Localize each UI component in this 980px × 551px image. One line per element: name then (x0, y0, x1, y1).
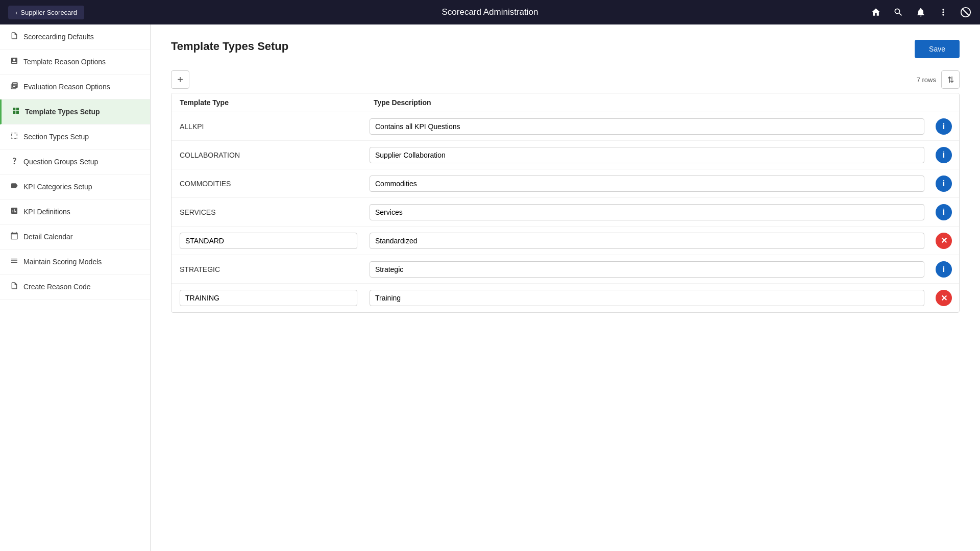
desc-input-collaboration[interactable] (370, 147, 924, 163)
create-reason-code-icon (10, 282, 18, 292)
save-button[interactable]: Save (915, 40, 960, 58)
table-row: STRATEGIC i (172, 255, 959, 284)
sidebar-item-detail-calendar[interactable]: Detail Calendar (0, 224, 150, 249)
search-icon[interactable] (892, 6, 904, 18)
bell-icon[interactable] (915, 6, 927, 18)
table-row: SERVICES i (172, 198, 959, 227)
sidebar-label-kpi-definitions: KPI Definitions (23, 208, 70, 216)
col-header-description: Type Description (365, 98, 928, 107)
cell-action-standard: ✕ (928, 233, 959, 249)
cell-desc-strategic (365, 261, 928, 278)
table-row: ✕ (172, 284, 959, 312)
type-label-collaboration: COLLABORATION (180, 151, 240, 159)
info-button-services[interactable]: i (936, 204, 952, 220)
sidebar-item-maintain-scoring-models[interactable]: Maintain Scoring Models (0, 249, 150, 274)
toolbar: + 7 rows ⇅ (171, 70, 960, 89)
sidebar-label-question-groups-setup: Question Groups Setup (23, 158, 98, 166)
desc-input-allkpi[interactable] (370, 118, 924, 135)
sidebar-item-evaluation-reason-options[interactable]: Evaluation Reason Options (0, 74, 150, 99)
info-button-strategic[interactable]: i (936, 261, 952, 278)
sidebar-item-question-groups-setup[interactable]: Question Groups Setup (0, 149, 150, 174)
page-header: Template Types Setup Save (171, 40, 960, 58)
sidebar-item-section-types-setup[interactable]: Section Types Setup (0, 124, 150, 149)
cell-action-allkpi: i (928, 118, 959, 135)
cell-desc-standard (365, 233, 928, 249)
sidebar-label-scorecarding-defaults: Scorecarding Defaults (23, 33, 94, 41)
cell-desc-allkpi (365, 118, 928, 135)
back-button[interactable]: ‹ Supplier Scorecard (8, 6, 84, 19)
delete-button-standard[interactable]: ✕ (936, 233, 952, 249)
type-input-training[interactable] (180, 290, 357, 306)
cell-desc-services (365, 204, 928, 220)
cell-action-services: i (928, 204, 959, 220)
sidebar-item-template-reason-options[interactable]: Template Reason Options (0, 49, 150, 74)
cell-action-strategic: i (928, 261, 959, 278)
cell-action-commodities: i (928, 176, 959, 192)
info-button-allkpi[interactable]: i (936, 118, 952, 135)
cell-action-collaboration: i (928, 147, 959, 163)
page-title: Template Types Setup (171, 40, 288, 53)
col-header-action (928, 98, 959, 107)
rows-count: 7 rows (917, 76, 936, 84)
sidebar-item-template-types-setup[interactable]: Template Types Setup (0, 99, 150, 124)
scorecarding-defaults-icon (10, 32, 18, 42)
sidebar-label-kpi-categories-setup: KPI Categories Setup (23, 183, 92, 191)
top-nav: ‹ Supplier Scorecard Scorecard Administr… (0, 0, 980, 24)
more-vert-icon[interactable] (937, 6, 949, 18)
table-row: ✕ (172, 227, 959, 255)
desc-input-training[interactable] (370, 290, 924, 306)
desc-input-standard[interactable] (370, 233, 924, 249)
sidebar-label-template-reason-options: Template Reason Options (23, 58, 106, 66)
desc-input-services[interactable] (370, 204, 924, 220)
cell-action-training: ✕ (928, 290, 959, 306)
type-input-standard[interactable] (180, 233, 357, 249)
table-row: COMMODITIES i (172, 169, 959, 198)
sidebar: Scorecarding Defaults Template Reason Op… (0, 24, 151, 551)
type-label-strategic: STRATEGIC (180, 265, 220, 273)
table-header: Template Type Type Description (172, 93, 959, 112)
sidebar-item-create-reason-code[interactable]: Create Reason Code (0, 274, 150, 299)
cell-type-training (172, 290, 365, 306)
nav-icons (870, 6, 972, 18)
cell-type-commodities: COMMODITIES (172, 180, 365, 188)
layout: Scorecarding Defaults Template Reason Op… (0, 24, 980, 551)
sidebar-label-section-types-setup: Section Types Setup (23, 133, 89, 141)
cell-type-allkpi: ALLKPI (172, 122, 365, 131)
data-table: Template Type Type Description ALLKPI i (171, 93, 960, 313)
sidebar-label-template-types-setup: Template Types Setup (25, 108, 100, 116)
cell-type-standard (172, 233, 365, 249)
detail-calendar-icon (10, 232, 18, 242)
desc-input-strategic[interactable] (370, 261, 924, 278)
sidebar-label-create-reason-code: Create Reason Code (23, 283, 91, 291)
info-button-commodities[interactable]: i (936, 176, 952, 192)
cell-type-strategic: STRATEGIC (172, 265, 365, 273)
section-types-icon (10, 132, 18, 142)
home-icon[interactable] (870, 6, 882, 18)
template-types-icon (12, 107, 20, 117)
cell-desc-commodities (365, 176, 928, 192)
sidebar-label-evaluation-reason-options: Evaluation Reason Options (23, 83, 110, 91)
kpi-categories-icon (10, 182, 18, 192)
delete-button-training[interactable]: ✕ (936, 290, 952, 306)
type-label-commodities: COMMODITIES (180, 180, 231, 188)
desc-input-commodities[interactable] (370, 176, 924, 192)
sidebar-label-maintain-scoring-models: Maintain Scoring Models (23, 258, 102, 266)
cancel-icon[interactable] (960, 6, 972, 18)
sidebar-item-kpi-categories-setup[interactable]: KPI Categories Setup (0, 174, 150, 199)
sidebar-item-kpi-definitions[interactable]: KPI Definitions (0, 199, 150, 224)
add-row-button[interactable]: + (171, 70, 189, 89)
sidebar-label-detail-calendar: Detail Calendar (23, 233, 73, 241)
main-content: Template Types Setup Save + 7 rows ⇅ Tem… (151, 24, 980, 551)
info-button-collaboration[interactable]: i (936, 147, 952, 163)
cell-type-services: SERVICES (172, 208, 365, 216)
sort-button[interactable]: ⇅ (941, 70, 960, 89)
back-label: Supplier Scorecard (20, 9, 77, 16)
svg-line-1 (963, 9, 969, 16)
sidebar-item-scorecarding-defaults[interactable]: Scorecarding Defaults (0, 24, 150, 49)
question-groups-icon (10, 157, 18, 167)
maintain-scoring-icon (10, 257, 18, 267)
cell-desc-training (365, 290, 928, 306)
table-row: COLLABORATION i (172, 141, 959, 169)
nav-title: Scorecard Administration (442, 7, 538, 17)
table-row: ALLKPI i (172, 112, 959, 141)
